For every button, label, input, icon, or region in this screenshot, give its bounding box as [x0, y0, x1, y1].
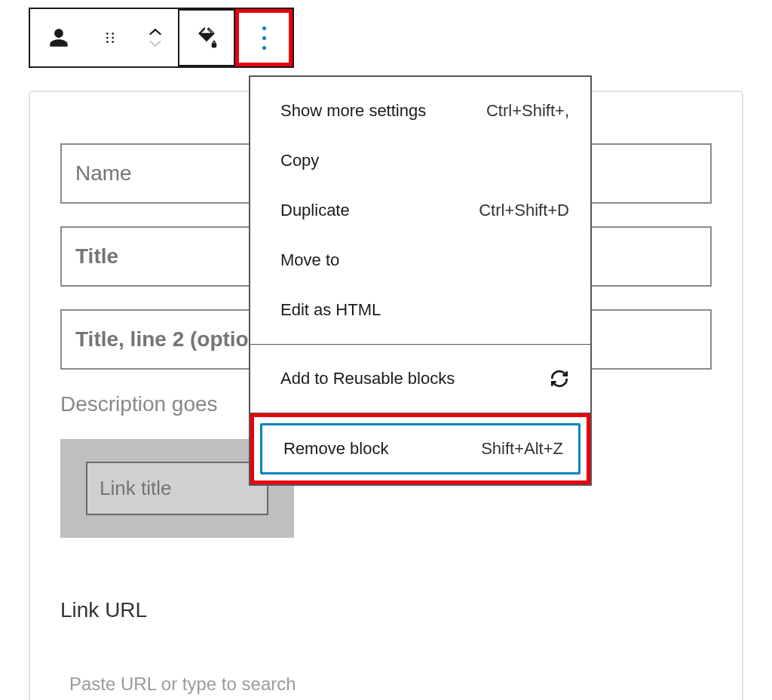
svg-point-3	[112, 37, 114, 39]
menu-item-remove-block-highlighted: Remove block Shift+Alt+Z	[250, 413, 590, 484]
menu-item-label: Duplicate	[280, 201, 350, 220]
paint-bucket-icon	[194, 25, 219, 51]
menu-item-copy[interactable]: Copy	[250, 136, 590, 186]
svg-point-1	[112, 32, 114, 35]
link-title-field[interactable]	[86, 462, 268, 515]
menu-item-add-reusable[interactable]: Add to Reusable blocks	[250, 354, 590, 404]
menu-item-duplicate[interactable]: Duplicate Ctrl+Shift+D	[250, 186, 590, 235]
menu-item-label: Edit as HTML	[280, 300, 381, 320]
menu-item-show-more-settings[interactable]: Show more settings Ctrl+Shift+,	[250, 86, 590, 136]
menu-item-label: Copy	[280, 151, 319, 170]
move-arrows-button[interactable]	[133, 9, 178, 66]
svg-point-4	[106, 41, 109, 43]
menu-item-shortcut: Ctrl+Shift+D	[479, 201, 569, 220]
block-icon-button[interactable]	[30, 9, 87, 66]
link-url-label: Link URL	[60, 598, 712, 622]
menu-item-shortcut: Ctrl+Shift+,	[486, 101, 569, 121]
chevron-up-icon	[147, 27, 164, 38]
refresh-icon	[550, 369, 569, 388]
person-icon	[48, 27, 69, 48]
menu-item-shortcut: Shift+Alt+Z	[481, 439, 563, 459]
more-options-button[interactable]	[235, 9, 293, 66]
svg-point-5	[112, 41, 114, 43]
menu-item-label: Remove block	[283, 439, 388, 459]
block-options-menu: Show more settings Ctrl+Shift+, Copy Dup…	[249, 75, 592, 486]
svg-point-0	[106, 32, 109, 35]
menu-item-edit-as-html[interactable]: Edit as HTML	[250, 285, 590, 335]
menu-item-remove-block[interactable]: Remove block Shift+Alt+Z	[260, 423, 581, 474]
drag-handle-button[interactable]	[87, 9, 133, 66]
link-url-input[interactable]: Paste URL or type to search	[60, 674, 712, 695]
menu-item-move-to[interactable]: Move to	[250, 235, 590, 285]
svg-point-6	[212, 43, 216, 48]
fill-color-button[interactable]	[178, 9, 235, 66]
svg-point-2	[106, 37, 109, 39]
menu-item-label: Move to	[280, 250, 339, 270]
more-vertical-icon	[262, 26, 266, 50]
chevron-down-icon	[147, 38, 164, 48]
block-toolbar	[29, 8, 294, 68]
menu-item-label: Show more settings	[280, 101, 426, 121]
drag-icon	[102, 29, 118, 46]
menu-item-label: Add to Reusable blocks	[280, 369, 455, 388]
